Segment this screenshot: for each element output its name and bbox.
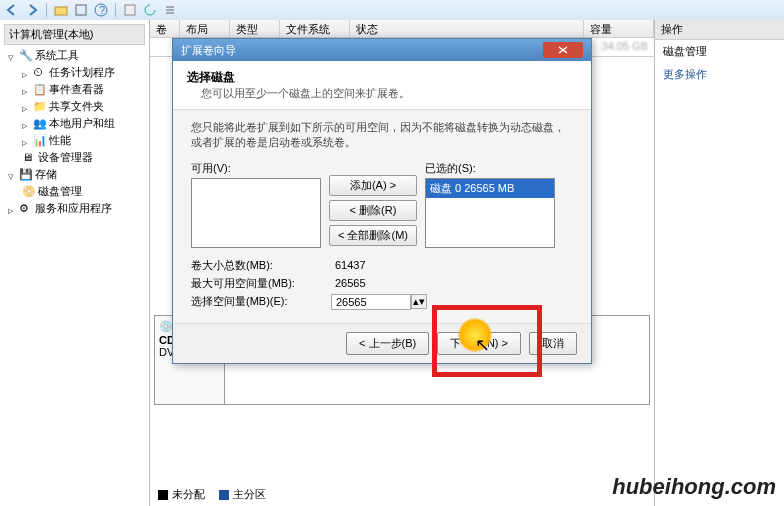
- spinner-icon[interactable]: ▴▾: [411, 294, 427, 309]
- tree-devmgr[interactable]: 🖥设备管理器: [4, 149, 145, 166]
- selected-disk-item[interactable]: 磁盘 0 26565 MB: [426, 179, 554, 198]
- dialog-title: 扩展卷向导: [181, 43, 236, 58]
- maxavail-label: 最大可用空间量(MB):: [191, 276, 331, 291]
- col-type[interactable]: 类型: [230, 20, 280, 37]
- cancel-button[interactable]: 取消: [529, 332, 577, 355]
- device-icon: 🖥: [22, 151, 36, 165]
- users-icon: 👥: [33, 117, 47, 131]
- selspace-label: 选择空间量(MB)(E):: [191, 294, 331, 309]
- dialog-titlebar[interactable]: 扩展卷向导: [173, 39, 591, 61]
- col-status[interactable]: 状态: [350, 20, 584, 37]
- tree-perf[interactable]: ▹📊性能: [4, 132, 145, 149]
- selected-label: 已选的(S):: [425, 161, 555, 176]
- dialog-heading: 选择磁盘: [187, 69, 577, 86]
- dialog-header: 选择磁盘 您可以用至少一个磁盘上的空间来扩展卷。: [173, 61, 591, 110]
- event-icon: 📋: [33, 83, 47, 97]
- dialog-subheading: 您可以用至少一个磁盘上的空间来扩展卷。: [201, 86, 577, 101]
- view-icon[interactable]: [73, 2, 89, 18]
- tree-tasksched[interactable]: ▹⏲任务计划程序: [4, 64, 145, 81]
- actions-section: 磁盘管理: [655, 40, 784, 63]
- remove-button[interactable]: < 删除(R): [329, 200, 417, 221]
- folder-icon[interactable]: [53, 2, 69, 18]
- removeall-button[interactable]: < 全部删除(M): [329, 225, 417, 246]
- disk-icon: 📀: [22, 185, 36, 199]
- list-icon[interactable]: [162, 2, 178, 18]
- svg-rect-0: [55, 7, 67, 15]
- svg-rect-1: [76, 5, 86, 15]
- total-value: 61437: [331, 258, 411, 272]
- perf-icon: 📊: [33, 134, 47, 148]
- legend-primary-swatch: [219, 490, 229, 500]
- available-listbox[interactable]: [191, 178, 321, 248]
- legend: 未分配 主分区: [158, 487, 266, 502]
- col-cap[interactable]: 容量: [584, 20, 654, 37]
- col-vol[interactable]: 卷: [150, 20, 180, 37]
- col-layout[interactable]: 布局: [180, 20, 230, 37]
- back-button[interactable]: < 上一步(B): [346, 332, 429, 355]
- legend-unalloc-swatch: [158, 490, 168, 500]
- tree-root[interactable]: 计算机管理(本地): [4, 24, 145, 45]
- svg-rect-4: [125, 5, 135, 15]
- close-button[interactable]: [543, 42, 583, 58]
- refresh-icon[interactable]: [142, 2, 158, 18]
- svg-text:?: ?: [99, 4, 105, 16]
- selspace-input[interactable]: 26565: [331, 294, 411, 310]
- cdrom-icon: 💿: [159, 320, 173, 334]
- tree-pane: 计算机管理(本地) ▿🔧系统工具 ▹⏲任务计划程序 ▹📋事件查看器 ▹📁共享文件…: [0, 20, 150, 506]
- help-icon[interactable]: ?: [93, 2, 109, 18]
- tree-services[interactable]: ▹⚙服务和应用程序: [4, 200, 145, 217]
- tree-storage[interactable]: ▿💾存储: [4, 166, 145, 183]
- props-icon[interactable]: [122, 2, 138, 18]
- actions-pane: 操作 磁盘管理 更多操作: [654, 20, 784, 506]
- col-fs[interactable]: 文件系统: [280, 20, 350, 37]
- tree-diskmgmt[interactable]: 📀磁盘管理: [4, 183, 145, 200]
- cursor-glow: [458, 318, 492, 352]
- total-label: 卷大小总数(MB):: [191, 258, 331, 273]
- available-label: 可用(V):: [191, 161, 321, 176]
- tree-eventviewer[interactable]: ▹📋事件查看器: [4, 81, 145, 98]
- maxavail-value: 26565: [331, 276, 411, 290]
- gear-icon: ⚙: [19, 202, 33, 216]
- tree-shared[interactable]: ▹📁共享文件夹: [4, 98, 145, 115]
- watermark: hubeihong.com: [612, 474, 776, 500]
- tools-icon: 🔧: [19, 49, 33, 63]
- forward-icon[interactable]: [24, 2, 40, 18]
- back-icon[interactable]: [4, 2, 20, 18]
- clock-icon: ⏲: [33, 66, 47, 80]
- toolbar: ?: [0, 0, 784, 20]
- tree-systools[interactable]: ▿🔧系统工具: [4, 47, 145, 64]
- volume-columns: 卷 布局 类型 文件系统 状态 容量: [150, 20, 654, 38]
- storage-icon: 💾: [19, 168, 33, 182]
- actions-header: 操作: [655, 20, 784, 40]
- dialog-note: 您只能将此卷扩展到如下所示的可用空间，因为不能将磁盘转换为动态磁盘，或者扩展的卷…: [191, 120, 573, 151]
- actions-more[interactable]: 更多操作: [655, 63, 784, 86]
- dialog-body: 您只能将此卷扩展到如下所示的可用空间，因为不能将磁盘转换为动态磁盘，或者扩展的卷…: [173, 110, 591, 323]
- selected-listbox[interactable]: 磁盘 0 26565 MB: [425, 178, 555, 248]
- tree-users[interactable]: ▹👥本地用户和组: [4, 115, 145, 132]
- extend-volume-wizard: 扩展卷向导 选择磁盘 您可以用至少一个磁盘上的空间来扩展卷。 您只能将此卷扩展到…: [172, 38, 592, 364]
- share-icon: 📁: [33, 100, 47, 114]
- add-button[interactable]: 添加(A) >: [329, 175, 417, 196]
